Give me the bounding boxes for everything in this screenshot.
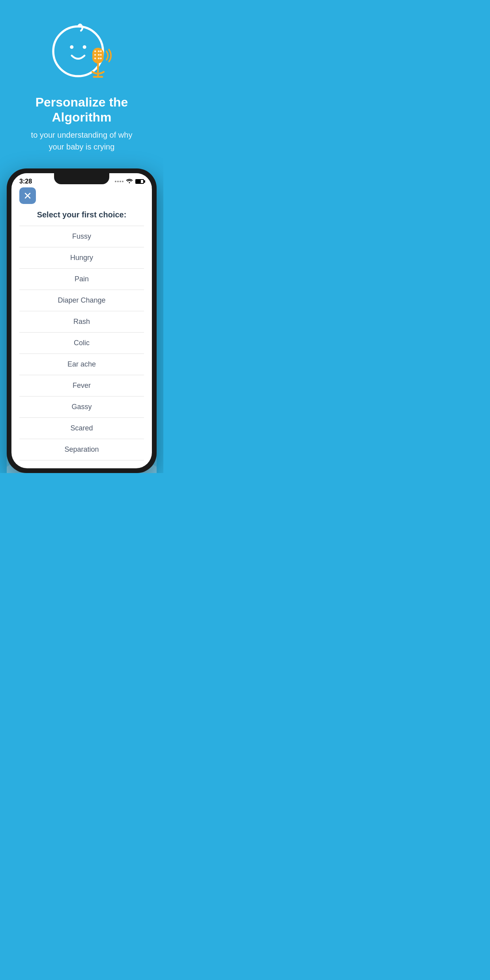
modal-title: Select your first choice: xyxy=(19,210,144,219)
svg-point-2 xyxy=(83,45,86,49)
status-time: 3:28 xyxy=(19,178,32,185)
svg-point-4 xyxy=(94,50,96,52)
choice-item-rash[interactable]: Rash xyxy=(19,311,144,333)
svg-point-6 xyxy=(100,50,102,52)
wifi-icon xyxy=(126,178,133,185)
choice-label-separation: Separation xyxy=(19,439,144,460)
hero-title: Personalize the Algorithm xyxy=(8,95,155,125)
choice-label-diaper-change: Diaper Change xyxy=(19,290,144,311)
baby-icon-container xyxy=(46,16,117,87)
svg-point-5 xyxy=(98,50,100,52)
close-icon xyxy=(24,193,31,199)
choice-item-gassy[interactable]: Gassy xyxy=(19,396,144,418)
svg-point-12 xyxy=(100,58,102,60)
choice-item-separation[interactable]: Separation xyxy=(19,439,144,460)
phone-notch xyxy=(54,173,109,184)
choice-item-fever[interactable]: Fever xyxy=(19,375,144,396)
choice-item-diaper-change[interactable]: Diaper Change xyxy=(19,290,144,311)
choice-label-fussy: Fussy xyxy=(19,226,144,247)
phone-screen: 3:28 xyxy=(11,173,152,468)
choice-label-pain: Pain xyxy=(19,269,144,290)
svg-point-10 xyxy=(94,58,96,60)
choice-item-fussy[interactable]: Fussy xyxy=(19,226,144,247)
svg-point-11 xyxy=(98,58,100,60)
choice-list: FussyHungryPainDiaper ChangeRashColicEar… xyxy=(19,226,144,460)
phone-frame: 3:28 xyxy=(7,168,157,473)
battery-icon xyxy=(135,179,144,184)
baby-logo-icon xyxy=(46,16,117,87)
choice-label-gassy: Gassy xyxy=(19,396,144,417)
choice-label-fever: Fever xyxy=(19,375,144,396)
phone-content: Select your first choice: FussyHungryPai… xyxy=(11,187,152,468)
choice-label-scared: Scared xyxy=(19,418,144,439)
choice-item-pain[interactable]: Pain xyxy=(19,269,144,290)
status-icons xyxy=(115,178,144,185)
svg-point-9 xyxy=(100,54,102,56)
choice-item-hungry[interactable]: Hungry xyxy=(19,247,144,269)
close-button[interactable] xyxy=(19,187,36,204)
svg-point-8 xyxy=(98,54,100,56)
choice-item-colic[interactable]: Colic xyxy=(19,333,144,354)
choice-label-ear-ache: Ear ache xyxy=(19,354,144,375)
signal-icon xyxy=(115,181,123,182)
choice-label-hungry: Hungry xyxy=(19,247,144,268)
choice-label-rash: Rash xyxy=(19,311,144,332)
hero-subtitle: to your understanding of whyyour baby is… xyxy=(31,129,133,153)
choice-item-scared[interactable]: Scared xyxy=(19,418,144,439)
phone-mockup: 3:28 xyxy=(7,168,157,473)
choice-label-colic: Colic xyxy=(19,333,144,353)
svg-point-1 xyxy=(70,45,73,49)
choice-item-ear-ache[interactable]: Ear ache xyxy=(19,354,144,375)
svg-point-7 xyxy=(94,54,96,56)
hero-section: Personalize the Algorithm to your unders… xyxy=(0,0,163,161)
svg-rect-3 xyxy=(92,48,104,64)
